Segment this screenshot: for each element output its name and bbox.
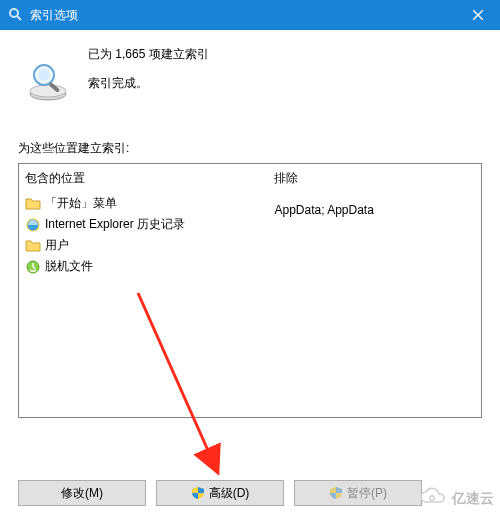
button-label: 高级(D) — [209, 485, 250, 502]
svg-point-13 — [430, 496, 434, 500]
exclude-value — [274, 219, 475, 223]
list-item-label: 「开始」菜单 — [45, 195, 117, 212]
locations-panel: 包含的位置 「开始」菜单 Internet Explorer 历史记录 用户 脱… — [18, 163, 482, 418]
svg-point-0 — [10, 9, 18, 17]
exclude-value: AppData; AppData — [274, 201, 475, 219]
indexed-count: 已为 1,665 项建立索引 — [88, 46, 482, 63]
pause-button[interactable]: 暂停(P) — [294, 480, 422, 506]
button-row: 修改(M) 高级(D) 暂停(P) — [18, 480, 422, 506]
uac-shield-icon — [191, 486, 205, 500]
offline-files-icon — [25, 259, 41, 275]
svg-point-7 — [38, 69, 50, 81]
ie-icon — [25, 217, 41, 233]
window-title: 索引选项 — [30, 7, 78, 24]
indexing-status: 索引完成。 — [88, 75, 482, 92]
indexing-options-icon — [8, 7, 24, 23]
folder-icon — [25, 238, 41, 254]
close-button[interactable] — [455, 0, 500, 30]
svg-point-5 — [30, 85, 66, 97]
modify-button[interactable]: 修改(M) — [18, 480, 146, 506]
list-item[interactable]: 脱机文件 — [25, 256, 262, 277]
watermark-text: 亿速云 — [452, 490, 494, 508]
uac-shield-icon — [329, 486, 343, 500]
list-item-label: Internet Explorer 历史记录 — [45, 216, 185, 233]
excluded-column: 排除 AppData; AppData — [268, 164, 481, 417]
excluded-header: 排除 — [274, 168, 475, 193]
list-item-label: 用户 — [45, 237, 69, 254]
status-block: 已为 1,665 项建立索引 索引完成。 — [88, 46, 482, 92]
included-header: 包含的位置 — [25, 168, 262, 193]
folder-icon — [25, 196, 41, 212]
titlebar: 索引选项 — [0, 0, 500, 30]
magnifier-drive-icon — [26, 62, 70, 105]
watermark: 亿速云 — [418, 487, 494, 510]
list-item-label: 脱机文件 — [45, 258, 93, 275]
list-item[interactable]: 「开始」菜单 — [25, 193, 262, 214]
button-label: 修改(M) — [61, 485, 103, 502]
list-item[interactable]: 用户 — [25, 235, 262, 256]
locations-label: 为这些位置建立索引: — [18, 140, 482, 157]
svg-line-1 — [17, 16, 21, 20]
included-column: 包含的位置 「开始」菜单 Internet Explorer 历史记录 用户 脱… — [19, 164, 268, 417]
button-label: 暂停(P) — [347, 485, 387, 502]
advanced-button[interactable]: 高级(D) — [156, 480, 284, 506]
cloud-icon — [418, 487, 448, 510]
list-item[interactable]: Internet Explorer 历史记录 — [25, 214, 262, 235]
